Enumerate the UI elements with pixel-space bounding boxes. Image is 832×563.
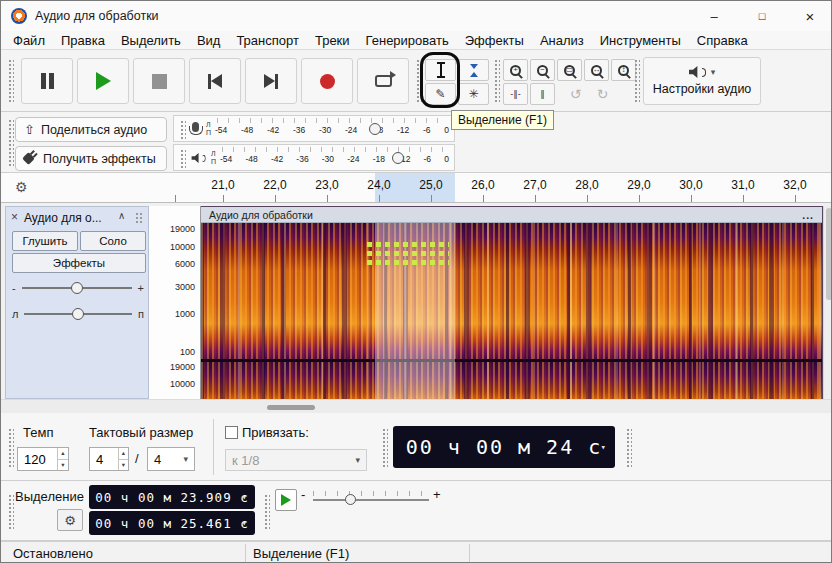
speed-slider-knob[interactable] — [345, 494, 356, 505]
skip-to-end-button[interactable] — [245, 58, 297, 104]
envelope-tool-button[interactable] — [458, 59, 489, 81]
play-at-speed-button[interactable] — [275, 489, 297, 511]
timesig-spinner[interactable]: ▴▾ — [118, 448, 128, 470]
close-button[interactable]: × — [787, 1, 832, 31]
playback-meter[interactable]: ЛП -54-48-42 -36-30-24 -18-12-6 0 — [173, 144, 455, 171]
play-button[interactable] — [77, 58, 129, 104]
horizontal-scrollbar-thumb[interactable] — [267, 405, 315, 410]
play-at-speed-icon — [281, 494, 291, 506]
playback-meter-grip[interactable] — [179, 148, 186, 168]
selection-settings-button[interactable]: ⚙ — [57, 509, 83, 531]
speed-slider[interactable] — [313, 499, 429, 501]
silence-audio-button[interactable]: ∥ — [530, 83, 555, 105]
record-button[interactable] — [301, 58, 353, 104]
menu-effects[interactable]: Эффекты — [457, 32, 532, 49]
zoom-toggle-icon: ↕ — [618, 65, 629, 76]
zoom-project-button[interactable]: ↔ — [584, 59, 609, 81]
menu-analyze[interactable]: Анализ — [532, 32, 592, 49]
menu-edit[interactable]: Правка — [53, 32, 113, 49]
timesig-upper-input[interactable] — [90, 448, 118, 470]
multi-tool-button[interactable]: ✳ — [458, 83, 489, 105]
gain-slider[interactable] — [20, 277, 134, 299]
skip-to-start-button[interactable] — [189, 58, 241, 104]
time-display-grip[interactable] — [381, 427, 388, 467]
transport-grip[interactable] — [7, 58, 14, 104]
caret-down-icon[interactable]: ▾ — [242, 518, 248, 528]
timeline-ruler[interactable]: ⚙ 21,0 22,0 23,0 24,0 25,0 26,0 27,0 28,… — [1, 173, 832, 203]
selection-end-field[interactable]: 00 ч 00 м 25.461 с ▾ — [89, 511, 255, 535]
track-title[interactable]: Аудио для о... — [24, 211, 102, 225]
minimize-button[interactable]: – — [691, 1, 737, 31]
selection-tool-highlight-ring — [420, 52, 460, 108]
zoom-in-button[interactable]: + — [503, 59, 528, 81]
play-icon — [96, 72, 111, 90]
menu-transport[interactable]: Транспорт — [228, 32, 307, 49]
vertical-scrollbar-thumb[interactable] — [826, 208, 832, 300]
gain-knob[interactable] — [71, 282, 83, 294]
spectrogram-channel-left[interactable] — [201, 223, 822, 359]
snap-checkbox[interactable] — [225, 426, 238, 439]
menu-select[interactable]: Выделить — [113, 32, 189, 49]
undo-button[interactable]: ↺ — [563, 83, 588, 105]
spectrogram-channel-right[interactable] — [201, 362, 822, 400]
audio-setup-button[interactable]: ▾ Настройки аудио — [643, 57, 761, 105]
playback-speaker-icon — [191, 152, 205, 162]
redo-button[interactable]: ↻ — [590, 83, 615, 105]
audio-setup-grip[interactable] — [633, 58, 640, 104]
toolbar-divider — [213, 419, 214, 475]
playback-gain-knob[interactable] — [392, 152, 404, 164]
selection-toolbar-grip[interactable] — [7, 493, 14, 529]
caret-down-icon[interactable]: ▾ — [242, 492, 248, 502]
snap-select[interactable]: к 1/8▾ — [225, 449, 367, 471]
tempo-spinner[interactable]: ▴▾ — [57, 448, 68, 470]
pause-button[interactable] — [21, 58, 73, 104]
get-effects-button[interactable]: Получить эффекты — [15, 146, 167, 171]
menu-file[interactable]: Файл — [5, 32, 53, 49]
menu-tools[interactable]: Инструменты — [592, 32, 689, 49]
maximize-button[interactable]: □ — [739, 1, 785, 31]
pan-slider[interactable] — [22, 303, 134, 325]
menu-generate[interactable]: Генерировать — [358, 32, 457, 49]
ruler-tick-label: 29,0 — [627, 178, 650, 192]
spectrogram-clip[interactable]: Аудио для обработки ... — [201, 206, 823, 399]
clip-menu-icon[interactable]: ... — [802, 209, 814, 221]
stop-button[interactable] — [133, 58, 185, 104]
snap-label: Привязать: — [242, 425, 309, 440]
menu-view[interactable]: Вид — [189, 32, 229, 49]
play-speed-grip[interactable] — [263, 493, 270, 529]
trim-audio-button[interactable]: -∥- — [503, 83, 528, 105]
recording-meter-grip[interactable] — [179, 119, 186, 139]
time-display[interactable]: 00 ч 00 м 24 с ▾ — [393, 426, 615, 468]
skip-end-icon — [264, 74, 278, 89]
timesig-lower-select[interactable]: 4▾ — [147, 447, 195, 471]
edit-grip[interactable] — [493, 58, 500, 104]
horizontal-scrollbar[interactable] — [1, 399, 832, 413]
vertical-scrollbar[interactable] — [823, 206, 832, 399]
clip-header[interactable]: Аудио для обработки ... — [201, 207, 822, 223]
track-panel-grip[interactable] — [134, 211, 144, 223]
zoom-selection-button[interactable]: ▭ — [557, 59, 582, 81]
playback-channels: ЛП — [211, 150, 216, 166]
share-audio-button[interactable]: ⇧ Поделиться аудио — [15, 117, 167, 142]
time-display-caret-icon[interactable]: ▾ — [601, 442, 608, 452]
recording-meter[interactable]: ЛП -54-48-42 -36-30-24 -18-12-6 0 — [173, 115, 455, 142]
pan-knob[interactable] — [72, 308, 84, 320]
loop-button[interactable] — [357, 58, 409, 104]
track-close-icon[interactable]: × — [11, 210, 18, 224]
after-time-grip[interactable] — [625, 427, 632, 467]
zoom-out-button[interactable]: − — [530, 59, 555, 81]
mute-button[interactable]: Глушить — [12, 231, 78, 251]
track-control-panel[interactable]: × Аудио для о... ∧ Глушить Соло Эффекты … — [5, 206, 149, 399]
effects-button[interactable]: Эффекты — [12, 253, 146, 273]
selection-start-field[interactable]: 00 ч 00 м 23.909 с ▾ — [89, 485, 255, 509]
title-bar[interactable]: Аудио для обработки – □ × — [1, 1, 832, 31]
track-collapse-icon[interactable]: ∧ — [118, 210, 125, 221]
tempo-input[interactable] — [18, 448, 57, 470]
time-toolbar-grip[interactable] — [7, 427, 14, 467]
menu-help[interactable]: Справка — [689, 32, 756, 49]
caret-down-icon: ▾ — [183, 454, 188, 464]
solo-button[interactable]: Соло — [80, 231, 146, 251]
timeline-options-gear-icon[interactable]: ⚙ — [15, 180, 28, 194]
share-grip[interactable] — [7, 118, 14, 168]
menu-tracks[interactable]: Треки — [307, 32, 358, 49]
